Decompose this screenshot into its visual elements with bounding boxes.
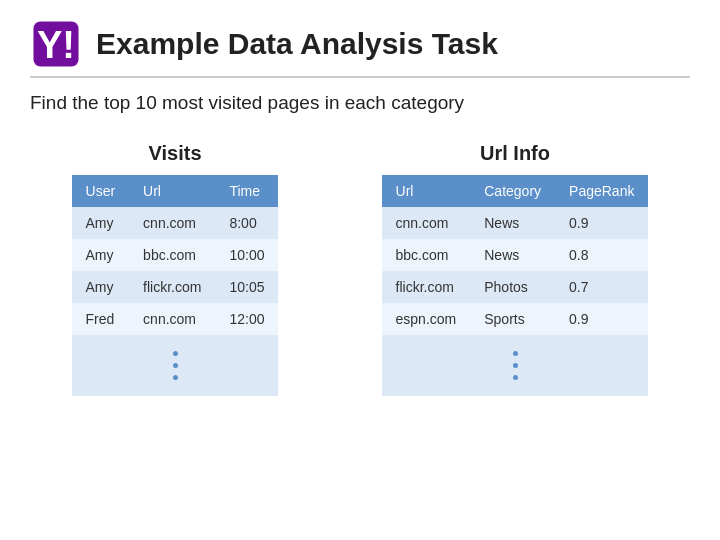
table-row: Amycnn.com8:00 — [72, 207, 279, 239]
svg-text:Y!: Y! — [37, 23, 75, 66]
page-title: Example Data Analysis Task — [96, 27, 498, 61]
visits-table-block: Visits User Url Time Amycnn.com8:00Amybb… — [72, 142, 279, 396]
visits-col-url: Url — [129, 175, 215, 207]
table-row: espn.comSports0.9 — [382, 303, 649, 335]
urlinfo-col-category: Category — [470, 175, 555, 207]
table-row: cnn.comNews0.9 — [382, 207, 649, 239]
header: Y! Example Data Analysis Task — [30, 18, 690, 70]
urlinfo-table-block: Url Info Url Category PageRank cnn.comNe… — [382, 142, 649, 396]
visits-table: User Url Time Amycnn.com8:00Amybbc.com10… — [72, 175, 279, 396]
header-divider — [30, 76, 690, 78]
table-row: Fredcnn.com12:00 — [72, 303, 279, 335]
yahoo-logo-icon: Y! — [30, 18, 82, 70]
table-row: bbc.comNews0.8 — [382, 239, 649, 271]
dots-row — [382, 335, 649, 396]
visits-table-title: Visits — [149, 142, 202, 165]
urlinfo-table: Url Category PageRank cnn.comNews0.9bbc.… — [382, 175, 649, 396]
page: Y! Example Data Analysis Task Find the t… — [0, 0, 720, 540]
tables-section: Visits User Url Time Amycnn.com8:00Amybb… — [30, 142, 690, 396]
visits-col-time: Time — [215, 175, 278, 207]
table-row: Amybbc.com10:00 — [72, 239, 279, 271]
urlinfo-table-title: Url Info — [480, 142, 550, 165]
dots-row — [72, 335, 279, 396]
page-subtitle: Find the top 10 most visited pages in ea… — [30, 92, 690, 114]
table-row: flickr.comPhotos0.7 — [382, 271, 649, 303]
urlinfo-col-url: Url — [382, 175, 471, 207]
table-row: Amyflickr.com10:05 — [72, 271, 279, 303]
visits-col-user: User — [72, 175, 130, 207]
urlinfo-col-pagerank: PageRank — [555, 175, 648, 207]
